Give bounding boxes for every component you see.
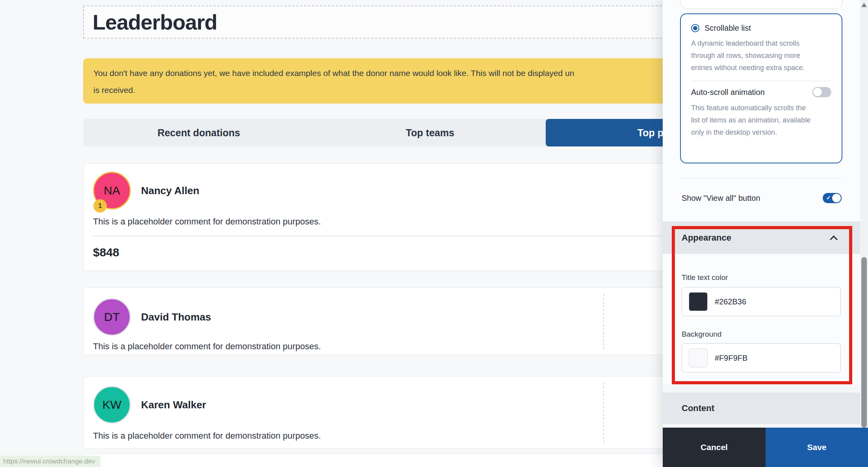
tab-label: Top p — [638, 127, 664, 139]
section-title: Content — [682, 403, 836, 413]
chevron-up-icon — [830, 235, 838, 243]
tab-recent-donations[interactable]: Recent donations — [83, 119, 314, 146]
scrollbar[interactable] — [860, 0, 868, 428]
section-title: Appearance — [682, 233, 831, 243]
settings-panel: Scrollable list A dynamic leaderboard th… — [663, 0, 868, 467]
section-gap — [663, 385, 860, 393]
autoscroll-description: This feature automatically scrolls the l… — [691, 102, 811, 139]
page-title: Leaderboard — [93, 10, 217, 34]
scroll-up-arrow-icon[interactable] — [861, 3, 867, 7]
option-label: Scrollable list — [704, 24, 751, 33]
divider — [680, 178, 842, 178]
color-swatch[interactable] — [689, 348, 708, 367]
color-value: #F9F9FB — [715, 354, 747, 363]
field-label: Title text color — [682, 273, 728, 282]
rank-number: 1 — [98, 202, 102, 210]
background-color-input[interactable]: #F9F9FB — [682, 343, 841, 372]
divider — [691, 81, 831, 81]
tab-label: Recent donations — [158, 127, 240, 139]
color-value: #262B36 — [715, 297, 746, 306]
tab-top-teams[interactable]: Top teams — [314, 119, 546, 146]
view-all-toggle[interactable]: ✓ — [823, 193, 842, 203]
browser-status-url: https://newui.crowdchange.dev — [0, 456, 100, 467]
section-gap — [663, 424, 860, 428]
check-icon: ✓ — [826, 195, 831, 201]
avatar-initials: DT — [104, 310, 120, 324]
view-all-label: Show "View all" button — [682, 194, 760, 203]
panel-footer: Cancel Save — [663, 428, 868, 467]
tab-label: Top teams — [406, 127, 454, 139]
leaderboard-editor-screen: Leaderboard You don't have any donations… — [0, 0, 868, 467]
color-swatch[interactable] — [689, 292, 708, 311]
cancel-button[interactable]: Cancel — [663, 428, 766, 467]
donor-name: David Thomas — [141, 311, 211, 323]
autoscroll-label: Auto-scroll animation — [691, 88, 765, 97]
option-description: A dynamic leaderboard that scrolls throu… — [691, 37, 811, 74]
dashed-column-divider — [603, 294, 604, 349]
donor-name: Karen Walker — [141, 399, 206, 411]
toggle-knob — [813, 88, 822, 96]
section-appearance[interactable]: Appearance — [663, 221, 860, 254]
section-content[interactable]: Content — [663, 393, 860, 424]
avatar-initials: KW — [102, 398, 121, 411]
avatar: DT — [93, 298, 131, 336]
save-button[interactable]: Save — [766, 428, 868, 467]
radio-scrollable-list[interactable] — [691, 24, 699, 32]
title-color-input[interactable]: #262B36 — [682, 287, 841, 316]
dashed-column-divider — [603, 382, 604, 443]
scrollable-list-option-card[interactable]: Scrollable list A dynamic leaderboard th… — [680, 13, 842, 163]
autoscroll-toggle[interactable]: ✓ — [812, 87, 831, 97]
avatar-initials: NA — [104, 184, 120, 197]
rank-badge: 1 — [93, 199, 107, 213]
avatar: KW — [93, 386, 131, 424]
toggle-knob — [832, 194, 841, 202]
field-label: Background — [682, 330, 721, 339]
view-all-setting-row: Show "View all" button ✓ — [682, 188, 842, 208]
donor-name: Nancy Allen — [141, 185, 199, 197]
previous-option-card-partial[interactable] — [680, 0, 842, 9]
scrollbar-thumb[interactable] — [861, 257, 867, 428]
